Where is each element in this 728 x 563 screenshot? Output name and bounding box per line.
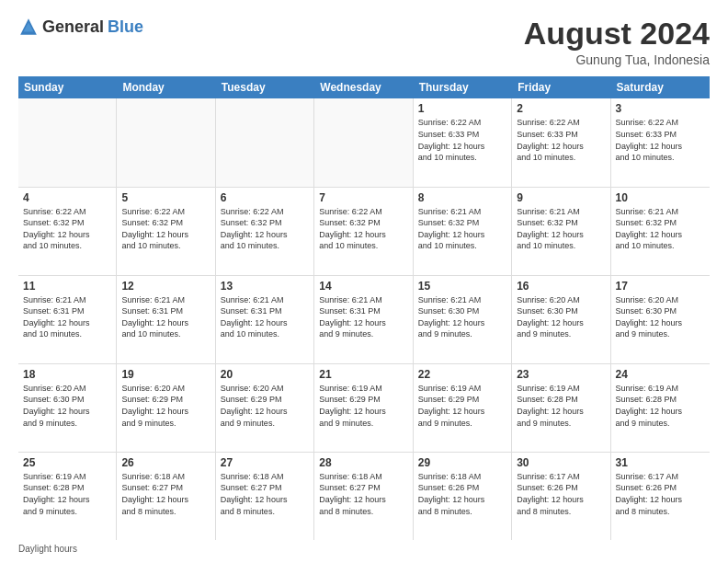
cell-info: Sunrise: 6:21 AM Sunset: 6:30 PM Dayligh… <box>418 294 506 340</box>
header-tuesday: Tuesday <box>216 76 314 98</box>
calendar-cell-w2-d2: 13Sunrise: 6:21 AM Sunset: 6:31 PM Dayli… <box>216 276 314 363</box>
calendar-cell-w0-d4: 1Sunrise: 6:22 AM Sunset: 6:33 PM Daylig… <box>414 98 512 186</box>
day-number: 14 <box>319 280 407 293</box>
title-area: August 2024 Gunung Tua, Indonesia <box>524 17 710 67</box>
footer-note: Daylight hours <box>18 544 710 554</box>
day-number: 8 <box>418 191 506 204</box>
calendar-cell-w4-d4: 29Sunrise: 6:18 AM Sunset: 6:26 PM Dayli… <box>414 453 512 540</box>
calendar-cell-w3-d3: 21Sunrise: 6:19 AM Sunset: 6:29 PM Dayli… <box>314 364 413 452</box>
calendar-row-0: 1Sunrise: 6:22 AM Sunset: 6:33 PM Daylig… <box>18 98 710 187</box>
cell-info: Sunrise: 6:21 AM Sunset: 6:32 PM Dayligh… <box>616 206 705 252</box>
day-number: 29 <box>418 456 506 469</box>
day-number: 7 <box>319 191 407 204</box>
cell-info: Sunrise: 6:22 AM Sunset: 6:33 PM Dayligh… <box>418 117 506 163</box>
cell-info: Sunrise: 6:18 AM Sunset: 6:27 PM Dayligh… <box>319 471 407 517</box>
cell-info: Sunrise: 6:22 AM Sunset: 6:32 PM Dayligh… <box>221 206 309 252</box>
cell-info: Sunrise: 6:19 AM Sunset: 6:29 PM Dayligh… <box>319 383 407 429</box>
cell-info: Sunrise: 6:19 AM Sunset: 6:28 PM Dayligh… <box>23 471 111 517</box>
calendar: Sunday Monday Tuesday Wednesday Thursday… <box>18 76 710 540</box>
header: GeneralBlue August 2024 Gunung Tua, Indo… <box>18 17 710 67</box>
calendar-cell-w0-d6: 3Sunrise: 6:22 AM Sunset: 6:33 PM Daylig… <box>611 98 710 186</box>
cell-info: Sunrise: 6:18 AM Sunset: 6:27 PM Dayligh… <box>121 471 210 517</box>
calendar-cell-w3-d1: 19Sunrise: 6:20 AM Sunset: 6:29 PM Dayli… <box>117 364 215 452</box>
calendar-cell-w2-d4: 15Sunrise: 6:21 AM Sunset: 6:30 PM Dayli… <box>414 276 512 363</box>
calendar-cell-w4-d6: 31Sunrise: 6:17 AM Sunset: 6:26 PM Dayli… <box>611 453 710 540</box>
day-number: 17 <box>616 280 705 293</box>
day-number: 24 <box>616 368 705 381</box>
cell-info: Sunrise: 6:20 AM Sunset: 6:30 PM Dayligh… <box>517 294 605 340</box>
logo-general: General <box>42 17 104 37</box>
calendar-cell-w4-d1: 26Sunrise: 6:18 AM Sunset: 6:27 PM Dayli… <box>117 453 215 540</box>
calendar-row-3: 18Sunrise: 6:20 AM Sunset: 6:30 PM Dayli… <box>18 364 710 453</box>
calendar-cell-w2-d0: 11Sunrise: 6:21 AM Sunset: 6:31 PM Dayli… <box>18 276 117 363</box>
cell-info: Sunrise: 6:17 AM Sunset: 6:26 PM Dayligh… <box>616 471 705 517</box>
cell-info: Sunrise: 6:17 AM Sunset: 6:26 PM Dayligh… <box>517 471 605 517</box>
day-number: 10 <box>616 191 705 204</box>
logo-area: GeneralBlue <box>18 17 143 37</box>
calendar-cell-w0-d5: 2Sunrise: 6:22 AM Sunset: 6:33 PM Daylig… <box>512 98 610 186</box>
calendar-cell-w4-d2: 27Sunrise: 6:18 AM Sunset: 6:27 PM Dayli… <box>216 453 314 540</box>
header-saturday: Saturday <box>611 76 710 98</box>
calendar-row-2: 11Sunrise: 6:21 AM Sunset: 6:31 PM Dayli… <box>18 276 710 364</box>
calendar-cell-w1-d5: 9Sunrise: 6:21 AM Sunset: 6:32 PM Daylig… <box>512 188 610 275</box>
page: GeneralBlue August 2024 Gunung Tua, Indo… <box>0 0 728 563</box>
day-number: 20 <box>221 368 309 381</box>
calendar-cell-w2-d1: 12Sunrise: 6:21 AM Sunset: 6:31 PM Dayli… <box>117 276 215 363</box>
calendar-cell-w1-d4: 8Sunrise: 6:21 AM Sunset: 6:32 PM Daylig… <box>414 188 512 275</box>
calendar-cell-w2-d6: 17Sunrise: 6:20 AM Sunset: 6:30 PM Dayli… <box>611 276 710 363</box>
cell-info: Sunrise: 6:19 AM Sunset: 6:29 PM Dayligh… <box>418 383 506 429</box>
day-number: 31 <box>616 456 705 469</box>
cell-info: Sunrise: 6:20 AM Sunset: 6:30 PM Dayligh… <box>616 294 705 340</box>
cell-info: Sunrise: 6:22 AM Sunset: 6:33 PM Dayligh… <box>517 117 605 163</box>
month-title: August 2024 <box>524 17 710 51</box>
day-number: 18 <box>23 368 111 381</box>
calendar-cell-w3-d5: 23Sunrise: 6:19 AM Sunset: 6:28 PM Dayli… <box>512 364 610 452</box>
logo-icon <box>18 17 39 37</box>
day-number: 19 <box>121 368 210 381</box>
header-friday: Friday <box>512 76 610 98</box>
day-number: 15 <box>418 280 506 293</box>
day-number: 11 <box>23 280 111 293</box>
cell-info: Sunrise: 6:21 AM Sunset: 6:31 PM Dayligh… <box>121 294 210 340</box>
calendar-cell-w4-d3: 28Sunrise: 6:18 AM Sunset: 6:27 PM Dayli… <box>314 453 413 540</box>
day-number: 25 <box>23 456 111 469</box>
cell-info: Sunrise: 6:18 AM Sunset: 6:27 PM Dayligh… <box>221 471 309 517</box>
day-number: 30 <box>517 456 605 469</box>
calendar-cell-w0-d3 <box>314 98 413 186</box>
calendar-cell-w3-d0: 18Sunrise: 6:20 AM Sunset: 6:30 PM Dayli… <box>18 364 117 452</box>
calendar-cell-w3-d6: 24Sunrise: 6:19 AM Sunset: 6:28 PM Dayli… <box>611 364 710 452</box>
calendar-cell-w2-d3: 14Sunrise: 6:21 AM Sunset: 6:31 PM Dayli… <box>314 276 413 363</box>
cell-info: Sunrise: 6:22 AM Sunset: 6:32 PM Dayligh… <box>23 206 111 252</box>
calendar-cell-w1-d1: 5Sunrise: 6:22 AM Sunset: 6:32 PM Daylig… <box>117 188 215 275</box>
day-number: 4 <box>23 191 111 204</box>
calendar-cell-w4-d5: 30Sunrise: 6:17 AM Sunset: 6:26 PM Dayli… <box>512 453 610 540</box>
day-number: 5 <box>121 191 210 204</box>
calendar-cell-w1-d2: 6Sunrise: 6:22 AM Sunset: 6:32 PM Daylig… <box>216 188 314 275</box>
logo: GeneralBlue <box>18 17 143 37</box>
header-sunday: Sunday <box>18 76 117 98</box>
cell-info: Sunrise: 6:21 AM Sunset: 6:32 PM Dayligh… <box>418 206 506 252</box>
cell-info: Sunrise: 6:22 AM Sunset: 6:32 PM Dayligh… <box>319 206 407 252</box>
cell-info: Sunrise: 6:20 AM Sunset: 6:29 PM Dayligh… <box>121 383 210 429</box>
calendar-row-1: 4Sunrise: 6:22 AM Sunset: 6:32 PM Daylig… <box>18 188 710 276</box>
cell-info: Sunrise: 6:21 AM Sunset: 6:31 PM Dayligh… <box>319 294 407 340</box>
calendar-header: Sunday Monday Tuesday Wednesday Thursday… <box>18 76 710 98</box>
cell-info: Sunrise: 6:20 AM Sunset: 6:29 PM Dayligh… <box>221 383 309 429</box>
calendar-cell-w3-d2: 20Sunrise: 6:20 AM Sunset: 6:29 PM Dayli… <box>216 364 314 452</box>
day-number: 26 <box>121 456 210 469</box>
day-number: 9 <box>517 191 605 204</box>
calendar-cell-w4-d0: 25Sunrise: 6:19 AM Sunset: 6:28 PM Dayli… <box>18 453 117 540</box>
location: Gunung Tua, Indonesia <box>524 52 710 67</box>
calendar-cell-w1-d3: 7Sunrise: 6:22 AM Sunset: 6:32 PM Daylig… <box>314 188 413 275</box>
day-number: 22 <box>418 368 506 381</box>
calendar-cell-w2-d5: 16Sunrise: 6:20 AM Sunset: 6:30 PM Dayli… <box>512 276 610 363</box>
calendar-cell-w1-d0: 4Sunrise: 6:22 AM Sunset: 6:32 PM Daylig… <box>18 188 117 275</box>
cell-info: Sunrise: 6:22 AM Sunset: 6:33 PM Dayligh… <box>616 117 705 163</box>
day-number: 2 <box>517 102 605 115</box>
cell-info: Sunrise: 6:21 AM Sunset: 6:31 PM Dayligh… <box>23 294 111 340</box>
cell-info: Sunrise: 6:19 AM Sunset: 6:28 PM Dayligh… <box>616 383 705 429</box>
cell-info: Sunrise: 6:21 AM Sunset: 6:31 PM Dayligh… <box>221 294 309 340</box>
cell-info: Sunrise: 6:18 AM Sunset: 6:26 PM Dayligh… <box>418 471 506 517</box>
day-number: 28 <box>319 456 407 469</box>
calendar-cell-w1-d6: 10Sunrise: 6:21 AM Sunset: 6:32 PM Dayli… <box>611 188 710 275</box>
